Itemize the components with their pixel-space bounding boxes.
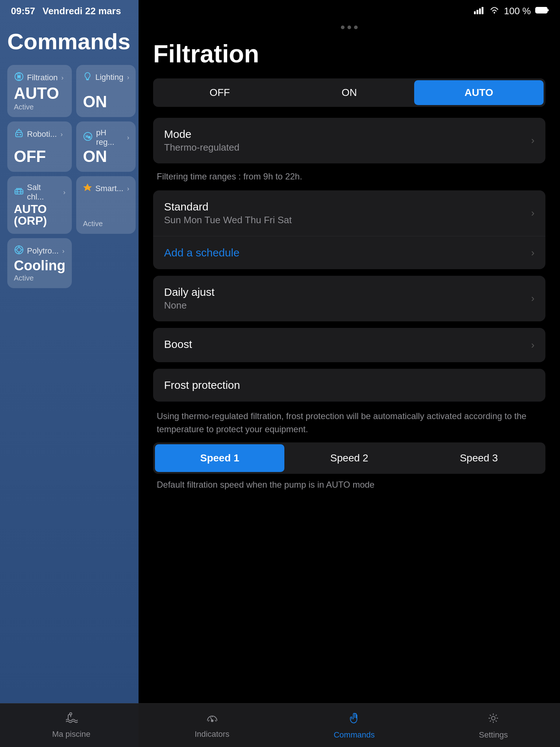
smart-label: Smart...: [95, 184, 123, 193]
svg-point-12: [17, 134, 18, 135]
svg-point-24: [17, 248, 21, 252]
robot-icon: [14, 128, 24, 140]
dot-2: [347, 26, 351, 29]
add-schedule-label: Add a schedule: [164, 247, 526, 259]
smart-icon: [83, 183, 92, 194]
polytro-card[interactable]: Polytro... › Cooling Active: [7, 238, 72, 288]
mode-row[interactable]: Mode Thermo-regulated ›: [153, 118, 545, 163]
svg-point-4: [494, 12, 495, 13]
svg-point-8: [18, 76, 20, 78]
right-panel: Filtration OFF ON AUTO Mode Thermo-regul…: [139, 0, 560, 747]
filtration-label: Filtration: [27, 73, 58, 82]
robot-chevron: ›: [61, 131, 63, 138]
robot-card[interactable]: Roboti... › OFF: [7, 121, 72, 172]
mode-value: Thermo-regulated: [164, 142, 526, 153]
svg-point-16: [84, 132, 92, 140]
svg-point-31: [211, 720, 213, 721]
smart-status: Active: [83, 220, 129, 228]
robot-label: Roboti...: [27, 129, 57, 139]
frost-title: Frost protection: [164, 379, 534, 391]
svg-rect-6: [548, 9, 549, 11]
polytro-value: Cooling: [14, 259, 65, 272]
svg-point-29: [70, 713, 72, 715]
ph-chevron: ›: [127, 134, 129, 142]
daily-adjust-title: Daily ajust: [164, 286, 526, 298]
boost-section: Boost ›: [153, 328, 545, 362]
seg-auto-button[interactable]: AUTO: [414, 80, 544, 105]
tab-indicators[interactable]: Indicators: [187, 708, 237, 743]
left-panel: Commands Filtration › AUTO: [0, 0, 139, 747]
salt-label: Salt chl...: [27, 183, 59, 202]
tab-ma-piscine[interactable]: Ma piscine: [45, 708, 98, 743]
standard-chevron: ›: [531, 207, 534, 219]
lighting-chevron: ›: [127, 74, 129, 81]
svg-rect-2: [479, 8, 481, 14]
battery-icon: [535, 5, 549, 17]
mode-chevron: ›: [531, 135, 534, 146]
dot-3: [354, 26, 358, 29]
speed-1-button[interactable]: Speed 1: [155, 444, 284, 472]
dots-indicator: [153, 26, 545, 29]
filtration-status: Active: [14, 103, 65, 111]
command-cards: Filtration › AUTO Active Lighting ›: [7, 65, 131, 288]
svg-point-35: [491, 716, 495, 720]
mode-title: Mode: [164, 128, 526, 140]
svg-point-13: [20, 134, 21, 135]
boost-title: Boost: [164, 338, 526, 351]
tab-commands-label: Commands: [334, 730, 374, 740]
standard-title: Standard: [164, 201, 526, 213]
polytro-label: Polytro...: [27, 246, 59, 256]
hand-icon: [347, 711, 361, 728]
svg-text:H: H: [88, 136, 90, 139]
polytro-status: Active: [14, 274, 65, 282]
add-schedule-row[interactable]: Add a schedule ›: [153, 236, 545, 269]
tab-settings[interactable]: Settings: [472, 708, 516, 743]
tab-ma-piscine-label: Ma piscine: [52, 729, 90, 739]
speed-3-button[interactable]: Speed 3: [414, 444, 544, 472]
filtration-value: AUTO: [14, 85, 65, 101]
lighting-label: Lighting: [95, 73, 123, 82]
boost-row[interactable]: Boost ›: [153, 328, 545, 362]
ph-value: ON: [83, 148, 129, 165]
filtration-card[interactable]: Filtration › AUTO Active: [7, 65, 72, 117]
left-panel-title: Commands: [7, 29, 131, 54]
robot-value: OFF: [14, 148, 65, 165]
svg-rect-0: [474, 11, 476, 14]
standard-row[interactable]: Standard Sun Mon Tue Wed Thu Fri Sat ›: [153, 190, 545, 236]
frost-protection-section: Frost protection: [153, 369, 545, 402]
speed-2-button[interactable]: Speed 2: [284, 444, 414, 472]
polytro-icon: [14, 245, 24, 257]
lighting-card[interactable]: Lighting › ON: [76, 65, 136, 117]
smart-card[interactable]: Smart... › Active: [76, 176, 136, 234]
lighting-value: ON: [83, 94, 129, 110]
svg-line-33: [215, 720, 216, 721]
tab-settings-label: Settings: [479, 730, 508, 740]
boost-chevron: ›: [531, 339, 534, 351]
gauge-icon: [205, 712, 219, 727]
dot-1: [341, 26, 345, 29]
filtration-chevron: ›: [61, 74, 63, 82]
wifi-icon: [489, 5, 499, 17]
seg-on-button[interactable]: ON: [284, 80, 414, 105]
ph-card[interactable]: H pH reg... › ON: [76, 121, 136, 172]
seg-off-button[interactable]: OFF: [155, 80, 284, 105]
mode-segmented-control: OFF ON AUTO: [153, 78, 545, 107]
frost-note: Using thermo-regulated filtration, frost…: [153, 405, 545, 436]
daily-adjust-row[interactable]: Daily ajust None ›: [153, 276, 545, 321]
filtration-icon: [14, 71, 24, 84]
smart-chevron: ›: [127, 185, 129, 193]
polytro-chevron: ›: [62, 247, 65, 255]
tab-commands[interactable]: Commands: [326, 708, 382, 743]
date-display: Vendredi 22 mars: [43, 5, 121, 17]
salt-card[interactable]: Salt chl... › AUTO (ORP): [7, 176, 72, 234]
time-display: 09:57: [11, 5, 35, 17]
tab-bar: Ma piscine Indicators Commands: [0, 703, 560, 747]
ph-icon: H: [83, 131, 93, 144]
pool-icon: [65, 712, 78, 727]
svg-rect-11: [16, 132, 22, 137]
status-bar: 09:57 Vendredi 22 mars 100 %: [0, 0, 560, 22]
salt-chevron: ›: [63, 189, 65, 196]
svg-point-15: [19, 129, 20, 130]
gear-icon: [486, 711, 500, 728]
daily-adjust-value: None: [164, 300, 526, 311]
